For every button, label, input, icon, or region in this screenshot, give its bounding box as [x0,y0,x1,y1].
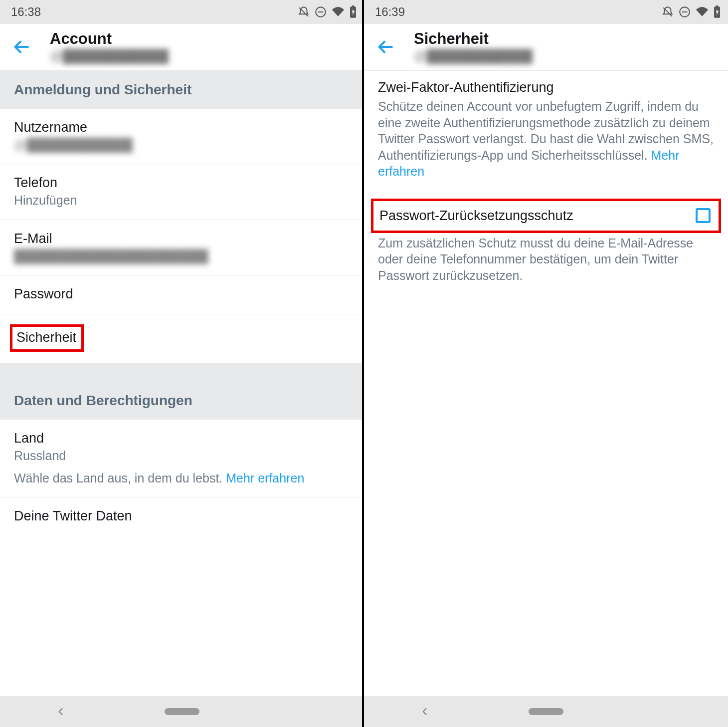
wifi-icon [331,6,345,17]
status-icons [297,5,357,18]
screen-separator [362,0,364,727]
status-clock: 16:38 [11,5,41,19]
nav-home-pill[interactable] [529,708,563,715]
page-title: Account [50,30,357,48]
item-username-title: Nutzername [14,119,350,136]
item-security-title: Sicherheit [16,330,76,345]
page-header: Account @████████████ [0,24,364,71]
screen-security: 16:39 Sicherheit @████████████ [364,0,728,727]
nav-back-icon[interactable] [56,707,66,717]
dnd-icon [297,5,310,18]
item-password-title: Password [14,285,350,303]
status-icons [661,5,721,18]
item-phone-title: Telefon [14,174,350,192]
account-handle: @████████████ [50,49,357,63]
status-bar: 16:39 [364,0,728,24]
item-country[interactable]: Land Russland Wähle das Land aus, in dem… [0,420,364,497]
do-not-disturb-icon [678,5,691,18]
two-factor-desc: Schütze deinen Account vor unbefugtem Zu… [378,98,714,180]
item-country-title: Land [14,430,350,447]
item-phone[interactable]: Telefon Hinzufügen [0,164,364,220]
two-factor-title: Zwei-Faktor-Authentifizierung [378,80,714,95]
settings-list: Anmeldung und Sicherheit Nutzername @███… [0,71,364,696]
nav-home-pill[interactable] [165,708,199,715]
section-data-permissions: Daten und Berechtigungen [0,363,364,420]
svg-rect-4 [352,5,355,7]
item-country-value: Russland [14,448,350,464]
system-navbar [364,696,728,727]
item-country-desc: Wähle das Land aus, in dem du lebst. Meh… [14,470,350,486]
highlight-security: Sicherheit [10,324,84,352]
battery-icon [349,5,357,18]
status-bar: 16:38 [0,0,364,24]
back-button[interactable] [373,34,399,60]
item-password-reset-protect[interactable]: Passwort-Zurücksetzungsschutz [371,199,721,233]
page-header: Sicherheit @████████████ [364,24,728,71]
item-email-title: E-Mail [14,230,350,247]
back-button[interactable] [9,34,35,60]
item-username[interactable]: Nutzername @████████████ [0,109,364,164]
screen-account: 16:38 Account @████████████ Anme [0,0,364,727]
item-country-desc-text: Wähle das Land aus, in dem du lebst. [14,471,226,485]
learn-more-link[interactable]: Mehr erfahren [226,471,304,485]
status-clock: 16:39 [375,5,405,19]
item-phone-value: Hinzufügen [14,193,350,208]
system-navbar [0,696,364,727]
item-your-data[interactable]: Deine Twitter Daten [0,497,364,536]
password-reset-title: Passwort-Zurücksetzungsschutz [379,208,573,224]
item-your-data-title: Deine Twitter Daten [14,507,350,525]
page-title: Sicherheit [414,30,721,48]
dnd-icon [661,5,674,18]
item-email-value: ██████████████████████ [14,248,350,264]
item-password[interactable]: Password [0,275,364,314]
battery-icon [713,5,721,18]
item-two-factor[interactable]: Zwei-Faktor-Authentifizierung Schütze de… [364,71,728,183]
nav-back-icon[interactable] [420,707,430,717]
item-security[interactable]: Sicherheit [0,314,364,363]
password-reset-desc: Zum zusätzlichen Schutz musst du deine E… [364,233,728,284]
wifi-icon [695,6,709,17]
password-reset-checkbox[interactable] [696,208,711,223]
section-login-security: Anmeldung und Sicherheit [0,71,364,109]
do-not-disturb-icon [314,5,327,18]
item-username-value: @████████████ [14,137,350,153]
security-content: Zwei-Faktor-Authentifizierung Schütze de… [364,71,728,696]
account-handle: @████████████ [414,49,721,63]
item-email[interactable]: E-Mail ██████████████████████ [0,220,364,275]
svg-rect-9 [716,5,719,7]
